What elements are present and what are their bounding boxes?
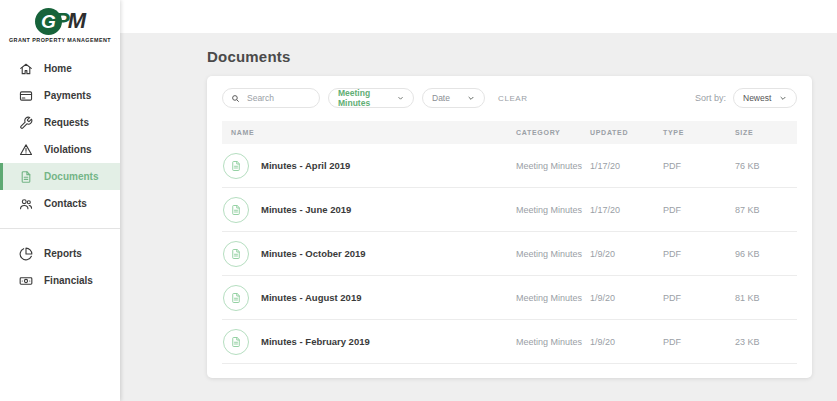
column-header-updated: UPDATED	[590, 129, 663, 136]
sidebar-item-label: Reports	[44, 248, 82, 259]
doc-type: PDF	[663, 249, 735, 259]
file-icon	[223, 197, 249, 223]
column-header-size: SIZE	[735, 129, 797, 136]
sidebar-item-reports[interactable]: Reports	[0, 240, 120, 267]
doc-type: PDF	[663, 337, 735, 347]
content-area: Documents Meeting Minutes Date	[120, 33, 837, 401]
app-window: GPM Grant Property Management HomePaymen…	[0, 0, 837, 401]
documents-table: NAMECATEGORYUPDATEDTYPESIZE Minutes - Ap…	[222, 121, 797, 364]
home-icon	[19, 62, 33, 76]
top-bar	[120, 0, 837, 33]
doc-name-cell: Minutes - February 2019	[222, 329, 516, 355]
payments-icon	[19, 89, 33, 103]
table-row[interactable]: Minutes - August 2019Meeting Minutes1/9/…	[222, 276, 797, 320]
brand-name: Grant Property Management	[6, 37, 114, 43]
column-header-category: CATEGORY	[516, 129, 590, 136]
doc-size: 23 KB	[735, 337, 797, 347]
search-box[interactable]	[222, 88, 320, 108]
doc-type: PDF	[663, 161, 735, 171]
clear-filters-button[interactable]: CLEAR	[498, 94, 528, 103]
doc-category: Meeting Minutes	[516, 249, 590, 259]
logo-p-letter: P	[55, 8, 68, 34]
filter-bar: Meeting Minutes Date CLEAR Sort by: Newe…	[222, 87, 797, 109]
table-row[interactable]: Minutes - February 2019Meeting Minutes1/…	[222, 320, 797, 364]
doc-updated: 1/17/20	[590, 205, 663, 215]
chevron-down-icon	[397, 94, 404, 102]
doc-name: Minutes - April 2019	[261, 160, 350, 171]
doc-name: Minutes - October 2019	[261, 248, 366, 259]
doc-size: 87 KB	[735, 205, 797, 215]
requests-icon	[19, 116, 33, 130]
sort-dropdown[interactable]: Newest	[733, 88, 797, 108]
sidebar-item-label: Violations	[44, 144, 92, 155]
gpm-logo-icon: GPM	[6, 6, 114, 36]
table-row[interactable]: Minutes - October 2019Meeting Minutes1/9…	[222, 232, 797, 276]
doc-category: Meeting Minutes	[516, 293, 590, 303]
logo-m-letter: M	[68, 8, 85, 34]
doc-name-cell: Minutes - April 2019	[222, 153, 516, 179]
column-header-type: TYPE	[663, 129, 735, 136]
doc-name: Minutes - February 2019	[261, 336, 370, 347]
sidebar-item-violations[interactable]: Violations	[0, 136, 120, 163]
financials-icon	[19, 274, 33, 288]
doc-category: Meeting Minutes	[516, 205, 590, 215]
doc-type: PDF	[663, 293, 735, 303]
sort-value: Newest	[743, 93, 771, 103]
sidebar-item-label: Documents	[44, 171, 98, 182]
doc-updated: 1/9/20	[590, 337, 663, 347]
date-filter-dropdown[interactable]: Date	[422, 88, 485, 108]
main-area: Documents Meeting Minutes Date	[120, 0, 837, 401]
file-icon	[223, 153, 249, 179]
table-header-row: NAMECATEGORYUPDATEDTYPESIZE	[222, 121, 797, 144]
doc-category: Meeting Minutes	[516, 161, 590, 171]
doc-size: 76 KB	[735, 161, 797, 171]
doc-name-cell: Minutes - August 2019	[222, 285, 516, 311]
sidebar-item-home[interactable]: Home	[0, 55, 120, 82]
doc-updated: 1/17/20	[590, 161, 663, 171]
category-filter-value: Meeting Minutes	[338, 88, 397, 108]
search-input[interactable]	[245, 92, 311, 104]
doc-category: Meeting Minutes	[516, 337, 590, 347]
sidebar-nav: HomePaymentsRequestsViolationsDocumentsC…	[0, 55, 120, 294]
chevron-down-icon	[779, 94, 787, 102]
sidebar-item-label: Requests	[44, 117, 89, 128]
sidebar-item-label: Home	[44, 63, 72, 74]
contacts-icon	[19, 197, 33, 211]
documents-card: Meeting Minutes Date CLEAR Sort by: Newe…	[207, 76, 812, 378]
sidebar-item-documents[interactable]: Documents	[0, 163, 120, 190]
table-row[interactable]: Minutes - April 2019Meeting Minutes1/17/…	[222, 144, 797, 188]
sidebar-item-payments[interactable]: Payments	[0, 82, 120, 109]
doc-updated: 1/9/20	[590, 249, 663, 259]
file-icon	[223, 241, 249, 267]
doc-type: PDF	[663, 205, 735, 215]
doc-name: Minutes - June 2019	[261, 204, 351, 215]
reports-icon	[19, 247, 33, 261]
date-filter-value: Date	[432, 93, 450, 103]
table-row[interactable]: Minutes - June 2019Meeting Minutes1/17/2…	[222, 188, 797, 232]
table-body: Minutes - April 2019Meeting Minutes1/17/…	[222, 144, 797, 364]
sidebar-item-label: Financials	[44, 275, 93, 286]
documents-icon	[19, 170, 33, 184]
brand-logo: GPM Grant Property Management	[0, 0, 120, 47]
sidebar-divider	[0, 228, 120, 229]
sidebar-item-requests[interactable]: Requests	[0, 109, 120, 136]
sort-control: Sort by: Newest	[695, 88, 797, 108]
page-title: Documents	[207, 48, 837, 65]
violations-icon	[19, 143, 33, 157]
category-filter-dropdown[interactable]: Meeting Minutes	[328, 88, 414, 108]
file-icon	[223, 285, 249, 311]
sidebar-item-contacts[interactable]: Contacts	[0, 190, 120, 217]
sidebar-item-label: Payments	[44, 90, 91, 101]
sort-by-label: Sort by:	[695, 93, 726, 103]
doc-name: Minutes - August 2019	[261, 292, 361, 303]
search-icon	[231, 94, 240, 103]
doc-name-cell: Minutes - October 2019	[222, 241, 516, 267]
sidebar-item-financials[interactable]: Financials	[0, 267, 120, 294]
column-header-name: NAME	[222, 129, 516, 136]
sidebar: GPM Grant Property Management HomePaymen…	[0, 0, 120, 401]
doc-updated: 1/9/20	[590, 293, 663, 303]
sidebar-item-label: Contacts	[44, 198, 87, 209]
file-icon	[223, 329, 249, 355]
chevron-down-icon	[467, 94, 475, 102]
doc-name-cell: Minutes - June 2019	[222, 197, 516, 223]
